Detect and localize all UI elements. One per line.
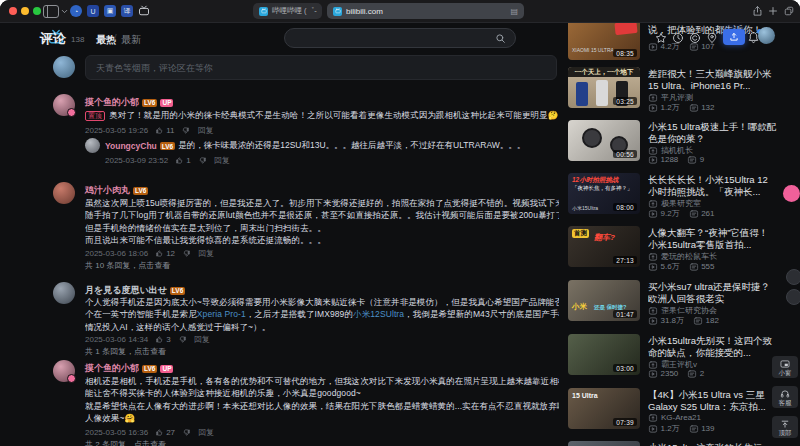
video-thumbnail[interactable]: XIAOMI 15 ULTRA 08:35 (568, 22, 640, 60)
commenter-avatar[interactable] (53, 282, 75, 304)
dislike-button[interactable] (182, 249, 191, 258)
video-thumbnail[interactable] (568, 441, 640, 446)
reply-name[interactable]: YoungcyChu (105, 141, 157, 151)
commenter-avatar[interactable] (53, 94, 75, 116)
reply-button[interactable]: 回复 (214, 155, 230, 166)
search-word-link[interactable]: Xperia Pro-1 (197, 309, 246, 319)
reply-button[interactable]: 回复 (198, 248, 214, 259)
video-thumbnail[interactable]: 00:56 (568, 120, 640, 161)
comment-text: 但是手机给的情绪价值实在是太到位了，周末出门扫扫街去。。 (85, 223, 326, 235)
traffic-light-minimize[interactable] (21, 7, 29, 15)
video-title[interactable]: 小米15ultra先别买！这四个致命的缺点，你能接受的... (648, 335, 777, 358)
thumb-down-icon (198, 156, 207, 165)
comment-input[interactable] (85, 55, 557, 80)
promo-badge[interactable] (783, 185, 800, 202)
reply-button[interactable]: 回复 (198, 427, 214, 438)
comment-date: 2025-03-05 19:26 (85, 126, 148, 135)
commenter-name[interactable]: 鸡汁小肉丸 LV6 (85, 184, 148, 197)
video-thumbnail[interactable]: 03:00 (568, 334, 640, 375)
commenter-name[interactable]: 摸个鱼的小郁 LV6 UP (85, 362, 173, 375)
creative-center-icon[interactable] (689, 32, 701, 44)
like-button[interactable]: 3 (155, 335, 170, 344)
search-input[interactable] (284, 28, 516, 48)
tab-overview-icon[interactable] (784, 6, 794, 16)
video-title[interactable]: 人像大翻车？“夜神”它值得！小米15ultra零售版首拍... (648, 227, 777, 250)
video-thumbnail[interactable]: 12小时拍照挑战 「夜神长焦，有多神？」 小米15Ultra 08:00 (568, 173, 640, 214)
reply-button[interactable]: 回复 (197, 125, 213, 136)
tab-divider: / (114, 33, 117, 43)
dislike-button[interactable] (178, 335, 187, 344)
view-more-replies[interactable]: 共 2 条回复，点击查看 (85, 439, 166, 446)
comment-text: 而且说出来可能不信最让我觉得惊喜的是系统还挺流畅的。。。 (85, 235, 326, 247)
dislike-button[interactable] (198, 156, 207, 165)
user-avatar[interactable] (758, 27, 775, 44)
camera-ring (582, 128, 602, 148)
video-title[interactable]: 差距很大！三大巅峰旗舰小米15 Ultra、iPhone16 Pr... (648, 68, 777, 91)
video-title[interactable]: 小米15 Ultra极速上手！哪款配色是你的菜？ (648, 121, 777, 144)
history-clock-icon[interactable] (672, 32, 684, 44)
comments-count: 138 (71, 35, 84, 44)
extension-icon-3[interactable]: ▣ (104, 5, 116, 17)
traffic-light-close[interactable] (9, 7, 17, 15)
bilibili-tv-extension-icon[interactable] (138, 5, 150, 17)
like-button[interactable]: 27 (155, 428, 175, 437)
comments-title: 评论 (40, 30, 66, 48)
thumbnail-caption: 15 Ultra (572, 392, 598, 399)
search-word-link[interactable]: 小米12SUltra (353, 309, 404, 319)
comment-text: 虽然这次网上喷15u喷得挺厉害的，但是我还是入了。初步用下来觉得还挺好的，拍照在… (85, 198, 559, 210)
favorites-star-icon[interactable] (655, 32, 667, 44)
thumb-down-icon (181, 126, 190, 135)
extension-icon-1[interactable]: ◔ (70, 5, 82, 17)
video-title[interactable]: 小米15ultra这夸张的长焦远 (648, 442, 777, 446)
dislike-button[interactable] (181, 126, 190, 135)
like-button[interactable]: 11 (155, 126, 174, 135)
video-stats: 1.2万 132 (648, 102, 714, 113)
thumbnail-caption: 12小时拍照挑战 (572, 176, 618, 185)
browser-tab-inactive[interactable]: 哔哩哔哩 (゜-゜)つ... (253, 3, 322, 19)
customer-service-button[interactable]: 客服 (772, 386, 798, 408)
share-icon[interactable] (752, 5, 763, 17)
like-button[interactable]: 12 (155, 249, 175, 258)
video-thumbnail[interactable]: 15 Ultra 07:39 (568, 388, 640, 429)
mini-player-button[interactable]: 小窗 (772, 356, 798, 378)
danmaku-icon (693, 317, 703, 325)
view-more-replies[interactable]: 共 1 条回复，点击查看 (85, 346, 166, 357)
my-avatar[interactable] (53, 56, 75, 78)
search-icon[interactable] (495, 33, 506, 44)
browser-tab-active[interactable]: bilibili.com ▤ (327, 3, 524, 19)
commenter-avatar[interactable] (53, 360, 75, 382)
extension-icon-2[interactable]: U (87, 5, 99, 17)
traffic-light-zoom[interactable] (33, 7, 41, 15)
commenter-name[interactable]: 摸个鱼的小郁 LV6 UP (85, 96, 173, 109)
tab-option-icon[interactable]: ▤ (510, 7, 518, 16)
video-thumbnail[interactable]: 一个天上，一个地下 03:25 (568, 67, 640, 108)
tab-newest[interactable]: 最新 (121, 33, 141, 47)
thumb-up-icon (155, 335, 164, 344)
video-thumbnail[interactable]: 首测 翻车? 27:13 (568, 226, 640, 267)
video-uploader[interactable]: KG-Area21 (648, 413, 701, 422)
pin-icon[interactable] (706, 32, 718, 44)
video-title[interactable]: 长长长长长！小米15Ultra 12小时拍照挑战。「夜神长... (648, 174, 777, 197)
tab-hottest[interactable]: 最热 (96, 33, 116, 47)
new-tab-icon[interactable] (768, 6, 778, 16)
upload-button[interactable] (723, 29, 745, 45)
video-title[interactable]: 【4K】小米15 Ultra vs 三星Galaxy S25 Ultra：东京拍… (648, 389, 777, 412)
video-thumbnail[interactable]: 小米 还是 保时捷? 01:47 (568, 280, 640, 321)
back-to-top-button[interactable]: 顶部 (772, 416, 798, 438)
view-more-replies[interactable]: 共 10 条回复，点击查看 (85, 260, 170, 271)
view-count: 5.6万 (661, 261, 680, 272)
commenter-avatar[interactable] (53, 182, 75, 204)
chevron-down-icon[interactable] (60, 7, 69, 16)
video-duration: 03:25 (613, 97, 637, 105)
dislike-button[interactable] (182, 428, 191, 437)
like-button[interactable]: 1 (175, 156, 190, 165)
video-title[interactable]: 买小米su7 ultra还是保时捷？欧洲人回答很老实 (648, 281, 777, 304)
commenter-name[interactable]: 月を見る度思い出せ LV6 (85, 284, 185, 297)
uploader-icon (648, 361, 658, 369)
extension-icon-4[interactable]: 译 (121, 5, 133, 17)
floating-button-partial[interactable] (786, 269, 800, 285)
sidebar-toggle-icon[interactable] (43, 5, 59, 18)
reply-avatar[interactable] (85, 138, 100, 153)
reply-button[interactable]: 回复 (194, 334, 210, 345)
floating-button-partial[interactable] (786, 289, 800, 305)
